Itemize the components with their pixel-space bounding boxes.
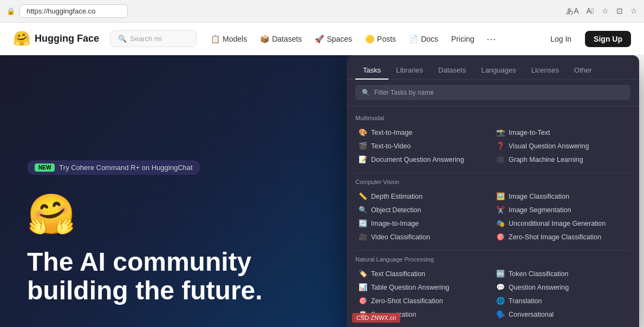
datasets-icon: 📦 bbox=[260, 35, 269, 43]
browser-url[interactable]: https://huggingface.co bbox=[19, 4, 128, 18]
task-text-classification[interactable]: 🏷️ Text Classification bbox=[355, 267, 493, 280]
nav-link-docs[interactable]: 📄 Docs bbox=[404, 31, 444, 47]
task-depth-estimation[interactable]: 📏 Depth Estimation bbox=[355, 189, 493, 203]
task-image-to-image[interactable]: 🔄 Image-to-Image bbox=[355, 217, 493, 230]
table-qa-icon: 📊 bbox=[359, 283, 367, 291]
task-conversational[interactable]: 🗣️ Conversational bbox=[493, 308, 630, 321]
task-qa[interactable]: 💬 Question Answering bbox=[493, 280, 630, 294]
search-placeholder: Search mi bbox=[130, 35, 162, 43]
hero-badge[interactable]: NEW Try Cohere Command R+ on HuggingChat bbox=[27, 160, 200, 175]
navbar: 🤗 Hugging Face 🔍 Search mi 📋 Models 📦 Da… bbox=[0, 23, 644, 55]
tab-datasets[interactable]: Datasets bbox=[431, 62, 473, 80]
sidebar-icon[interactable]: ⊡ bbox=[616, 6, 623, 16]
text-to-image-icon: 🎨 bbox=[359, 128, 367, 136]
task-unconditional-gen[interactable]: 🎭 Unconditional Image Generation bbox=[493, 217, 630, 230]
task-depth-label: Depth Estimation bbox=[371, 193, 422, 200]
hero-title: The AI community building the future. bbox=[27, 248, 330, 305]
search-icon: 🔍 bbox=[118, 35, 127, 43]
nav-link-posts[interactable]: 🟡 Posts bbox=[360, 31, 401, 47]
filter-placeholder: Filter Tasks by name bbox=[374, 89, 434, 96]
more-icon[interactable]: ⋯ bbox=[482, 31, 500, 47]
task-table-qa-label: Table Question Answering bbox=[371, 284, 450, 291]
cv-tasks: 📏 Depth Estimation 🖼️ Image Classificati… bbox=[355, 189, 630, 244]
task-video-classification[interactable]: 🎥 Video Classification bbox=[355, 230, 493, 244]
task-visual-qa[interactable]: ❓ Visual Question Answering bbox=[493, 139, 630, 153]
task-image-to-text[interactable]: 📸 Image-to-Text bbox=[493, 126, 630, 139]
new-badge: NEW bbox=[35, 164, 55, 172]
zero-shot-class-icon: 🎯 bbox=[359, 297, 367, 305]
task-obj-detect-label: Object Detection bbox=[371, 206, 421, 214]
task-img-class-label: Image Classification bbox=[509, 193, 569, 200]
dropdown-tabs: Tasks Libraries Datasets Languages Licen… bbox=[347, 55, 639, 80]
tasks-dropdown: Tasks Libraries Datasets Languages Licen… bbox=[347, 55, 639, 327]
tab-licenses[interactable]: Licenses bbox=[524, 62, 567, 80]
task-zero-shot-img-label: Zero-Shot Image Classification bbox=[509, 233, 601, 241]
task-table-qa[interactable]: 📊 Table Question Answering bbox=[355, 280, 493, 294]
tab-languages[interactable]: Languages bbox=[473, 62, 523, 80]
task-text-to-image[interactable]: 🎨 Text-to-Image bbox=[355, 126, 493, 139]
task-text-to-video[interactable]: 🎬 Text-to-Video bbox=[355, 139, 493, 153]
nav-link-spaces[interactable]: 🚀 Spaces bbox=[309, 31, 357, 47]
logo-emoji: 🤗 bbox=[13, 30, 30, 47]
bookmark-icon[interactable]: ☆ bbox=[602, 6, 609, 16]
task-uncond-gen-label: Unconditional Image Generation bbox=[509, 220, 606, 227]
nav-link-pricing[interactable]: Pricing bbox=[446, 31, 480, 47]
docs-label: Docs bbox=[421, 35, 438, 43]
hero-title-line1: The AI community bbox=[27, 247, 251, 276]
favorites-icon[interactable]: ☆ bbox=[630, 6, 638, 16]
tab-libraries[interactable]: Libraries bbox=[388, 62, 431, 80]
nav-link-models[interactable]: 📋 Models bbox=[205, 31, 252, 47]
filter-input-wrap[interactable]: 🔍 Filter Tasks by name bbox=[355, 85, 630, 100]
filter-search-icon: 🔍 bbox=[362, 89, 370, 96]
multimodal-tasks: 🎨 Text-to-Image 📸 Image-to-Text 🎬 Text-t… bbox=[355, 126, 630, 166]
task-doc-qa[interactable]: 📝 Document Question Answering bbox=[355, 153, 493, 166]
img-seg-icon: ✂️ bbox=[496, 206, 505, 214]
browser-icons: あA A⃣ ☆ ⊡ ☆ bbox=[566, 6, 638, 16]
dropdown-body: Multimodal 🎨 Text-to-Image 📸 Image-to-Te… bbox=[347, 106, 639, 327]
task-token-classification[interactable]: 🔤 Token Classification bbox=[493, 267, 630, 280]
task-token-class-label: Token Classification bbox=[509, 270, 568, 278]
task-zero-shot-img[interactable]: 🎯 Zero-Shot Image Classification bbox=[493, 230, 630, 244]
login-button[interactable]: Log In bbox=[542, 30, 580, 48]
task-zero-shot-class[interactable]: 🎯 Zero-Shot Classification bbox=[355, 294, 493, 308]
pricing-label: Pricing bbox=[451, 35, 474, 43]
datasets-label: Datasets bbox=[272, 35, 302, 43]
tab-other[interactable]: Other bbox=[567, 62, 600, 80]
hero-title-line2: building the future. bbox=[27, 276, 263, 305]
qa-icon: 💬 bbox=[496, 283, 505, 291]
multimodal-label: Multimodal bbox=[355, 115, 630, 121]
text-class-icon: 🏷️ bbox=[359, 270, 367, 278]
task-conversational-label: Conversational bbox=[509, 311, 554, 318]
models-label: Models bbox=[223, 35, 247, 43]
reader-icon[interactable]: A⃣ bbox=[587, 6, 594, 16]
task-qa-label: Question Answering bbox=[509, 284, 569, 291]
lock-icon: 🔒 bbox=[6, 7, 15, 15]
spaces-icon: 🚀 bbox=[315, 35, 324, 43]
tab-tasks[interactable]: Tasks bbox=[355, 62, 388, 80]
hero-badge-text: Try Cohere Command R+ on HuggingChat bbox=[59, 164, 192, 172]
task-text-to-video-label: Text-to-Video bbox=[371, 142, 411, 150]
img2img-icon: 🔄 bbox=[359, 219, 367, 227]
task-translation[interactable]: 🌐 Translation bbox=[493, 294, 630, 308]
browser-bar: 🔒 https://huggingface.co あA A⃣ ☆ ⊡ ☆ bbox=[0, 0, 644, 23]
task-image-classification[interactable]: 🖼️ Image Classification bbox=[493, 189, 630, 203]
task-text-class-label: Text Classification bbox=[371, 270, 425, 278]
search-bar[interactable]: 🔍 Search mi bbox=[110, 30, 197, 47]
spaces-label: Spaces bbox=[327, 35, 352, 43]
task-img2img-label: Image-to-Image bbox=[371, 220, 419, 227]
task-doc-qa-label: Document Question Answering bbox=[371, 156, 464, 164]
signup-button[interactable]: Sign Up bbox=[585, 31, 631, 47]
cv-label: Computer Vision bbox=[355, 179, 630, 185]
task-graph-ml[interactable]: 🕸️ Graph Machine Learning bbox=[493, 153, 630, 166]
task-image-segmentation[interactable]: ✂️ Image Segmentation bbox=[493, 203, 630, 217]
visual-qa-icon: ❓ bbox=[496, 142, 505, 150]
nav-link-datasets[interactable]: 📦 Datasets bbox=[255, 31, 307, 47]
task-graph-ml-label: Graph Machine Learning bbox=[509, 156, 583, 164]
task-object-detection[interactable]: 🔍 Object Detection bbox=[355, 203, 493, 217]
main-content: NEW Try Cohere Command R+ on HuggingChat… bbox=[0, 55, 644, 327]
task-image-to-text-label: Image-to-Text bbox=[509, 129, 550, 136]
nav-links: 📋 Models 📦 Datasets 🚀 Spaces 🟡 Posts 📄 D… bbox=[205, 31, 538, 47]
nav-logo[interactable]: 🤗 Hugging Face bbox=[13, 30, 99, 47]
models-icon: 📋 bbox=[211, 35, 220, 43]
translate-icon[interactable]: あA bbox=[566, 6, 578, 16]
